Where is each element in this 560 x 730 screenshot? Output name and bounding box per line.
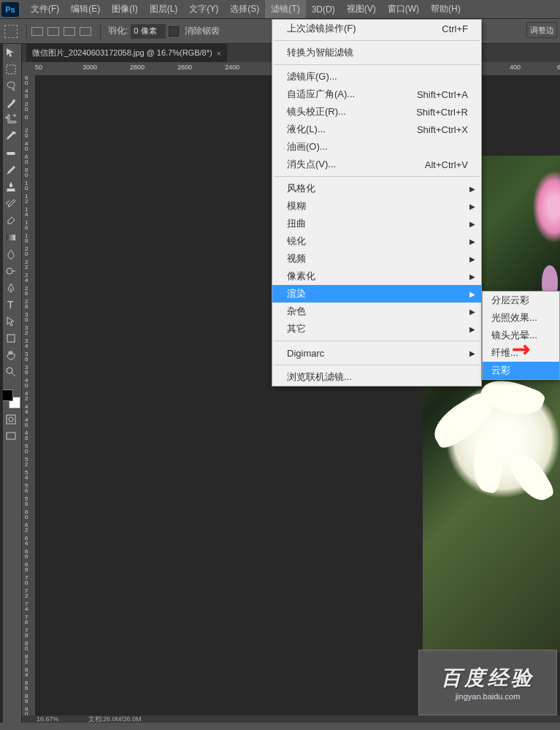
tools-panel: T — [0, 44, 22, 723]
type-tool-icon[interactable]: T — [1, 297, 20, 313]
feather-label: 羽化: — [108, 25, 128, 37]
pen-tool-icon[interactable] — [1, 280, 20, 296]
zoom-level[interactable]: 16.67% — [37, 715, 59, 723]
menu-edit[interactable]: 编辑(E) — [65, 0, 106, 18]
marquee-tool-icon[interactable] — [4, 25, 18, 38]
svg-rect-7 — [7, 415, 15, 424]
svg-rect-0 — [7, 65, 15, 74]
filter-menu-item[interactable]: 自适应广角(A)...Shift+Ctrl+A — [272, 85, 481, 103]
svg-text:T: T — [7, 299, 14, 311]
history-brush-tool-icon[interactable] — [1, 196, 20, 212]
selection-mode-add-icon[interactable] — [47, 27, 59, 36]
dodge-tool-icon[interactable] — [1, 263, 20, 279]
brush-tool-icon[interactable] — [1, 162, 20, 178]
eraser-tool-icon[interactable] — [1, 213, 20, 229]
doc-size: 文档:26.0M/26.0M — [88, 715, 142, 724]
clone-stamp-tool-icon[interactable] — [1, 179, 20, 195]
svg-rect-1 — [7, 152, 15, 155]
tab-title: 微信图片_20240603172058.jpg @ 16.7%(RGB/8*) — [32, 47, 212, 58]
close-icon[interactable]: × — [217, 49, 221, 58]
shape-tool-icon[interactable] — [1, 330, 20, 346]
svg-point-3 — [7, 268, 12, 274]
antialias-checkbox[interactable] — [169, 26, 179, 37]
menu-bar: Ps 文件(F) 编辑(E) 图像(I) 图层(L) 文字(Y) 选择(S) 滤… — [0, 0, 560, 19]
watermark-url: jingyan.baidu.com — [456, 692, 521, 701]
filter-menu-item[interactable]: 消失点(V)...Alt+Ctrl+V — [272, 156, 481, 173]
filter-menu-item[interactable]: 风格化▶ — [272, 180, 481, 197]
filter-menu-item[interactable]: 浏览联机滤镜... — [272, 368, 481, 386]
svg-rect-9 — [7, 433, 15, 439]
filter-menu-item[interactable]: 模糊▶ — [272, 197, 481, 215]
filter-menu-item[interactable]: Digimarc▶ — [272, 344, 481, 362]
lasso-tool-icon[interactable] — [1, 78, 20, 94]
gradient-tool-icon[interactable] — [1, 229, 20, 246]
menu-3d[interactable]: 3D(D) — [306, 1, 341, 18]
filter-menu-item[interactable]: 扭曲▶ — [272, 215, 481, 232]
antialias-label: 消除锯齿 — [185, 25, 220, 37]
filter-menu-item[interactable]: 镜头校正(R)...Shift+Ctrl+R — [272, 103, 481, 121]
magic-wand-tool-icon[interactable] — [1, 95, 20, 111]
menu-window[interactable]: 窗口(W) — [382, 0, 425, 18]
zoom-tool-icon[interactable] — [1, 364, 20, 380]
move-tool-icon[interactable] — [1, 45, 20, 61]
blur-tool-icon[interactable] — [1, 246, 20, 262]
watermark: 百度经验 jingyan.baidu.com — [418, 650, 557, 715]
screenmode-icon[interactable] — [1, 428, 20, 444]
filter-menu-item[interactable]: 杂色▶ — [272, 303, 481, 320]
menu-file[interactable]: 文件(F) — [25, 0, 65, 18]
filter-menu-item[interactable]: 液化(L)...Shift+Ctrl+X — [272, 121, 481, 138]
render-submenu-item[interactable]: 分层云彩 — [483, 292, 559, 309]
app-logo-icon: Ps — [1, 2, 19, 17]
filter-menu-item[interactable]: 油画(O)... — [272, 138, 481, 156]
healing-brush-tool-icon[interactable] — [1, 145, 20, 161]
watermark-title: 百度经验 — [441, 664, 534, 692]
feather-input[interactable] — [131, 24, 166, 39]
render-submenu-item[interactable]: 云彩 — [483, 362, 559, 379]
render-submenu-item[interactable]: 光照效果... — [483, 309, 559, 327]
menu-type[interactable]: 文字(Y) — [183, 0, 224, 18]
status-bar: 16.67% 文档:26.0M/26.0M — [22, 715, 560, 723]
menu-help[interactable]: 帮助(H) — [425, 0, 467, 18]
svg-rect-5 — [7, 335, 15, 342]
document-tab[interactable]: 微信图片_20240603172058.jpg @ 16.7%(RGB/8*) … — [26, 44, 227, 62]
refine-edge-button[interactable]: 调整边 — [526, 22, 557, 38]
selection-mode-subtract-icon[interactable] — [64, 27, 75, 36]
svg-point-8 — [9, 417, 13, 422]
menu-layer[interactable]: 图层(L) — [144, 0, 184, 18]
filter-menu-item[interactable]: 上次滤镜操作(F)Ctrl+F — [272, 20, 481, 37]
color-swatches[interactable] — [1, 389, 20, 408]
filter-menu-item[interactable]: 视频▶ — [272, 250, 481, 267]
foreground-color[interactable] — [1, 389, 13, 401]
hand-tool-icon[interactable] — [1, 347, 20, 363]
menu-select[interactable]: 选择(S) — [224, 0, 265, 18]
path-selection-tool-icon[interactable] — [1, 313, 20, 330]
svg-rect-2 — [7, 235, 15, 240]
quickmask-icon[interactable] — [1, 411, 20, 427]
menu-filter[interactable]: 滤镜(T) — [265, 0, 305, 18]
ruler-vertical[interactable]: 6040200204060801012141618202224262830323… — [22, 75, 35, 715]
eyedropper-tool-icon[interactable] — [1, 129, 20, 145]
selection-mode-new-icon[interactable] — [31, 27, 43, 36]
filter-menu-item[interactable]: 渲染▶ — [272, 285, 481, 303]
ruler-origin[interactable] — [22, 62, 35, 75]
svg-point-6 — [7, 368, 12, 373]
filter-menu-item[interactable]: 锐化▶ — [272, 232, 481, 250]
render-submenu: 分层云彩光照效果...镜头光晕...纤维...云彩 — [482, 291, 560, 380]
crop-tool-icon[interactable] — [1, 112, 20, 128]
filter-menu-item[interactable]: 转换为智能滤镜 — [272, 44, 481, 61]
filter-menu-item[interactable]: 滤镜库(G)... — [272, 68, 481, 85]
selection-mode-intersect-icon[interactable] — [80, 27, 91, 36]
filter-menu-item[interactable]: 其它▶ — [272, 320, 481, 338]
filter-menu-item[interactable]: 像素化▶ — [272, 267, 481, 285]
menu-image[interactable]: 图像(I) — [106, 0, 143, 18]
filter-dropdown-menu: 上次滤镜操作(F)Ctrl+F转换为智能滤镜滤镜库(G)...自适应广角(A).… — [272, 19, 482, 387]
marquee-tool-icon[interactable] — [1, 61, 20, 77]
menu-view[interactable]: 视图(V) — [341, 0, 382, 18]
